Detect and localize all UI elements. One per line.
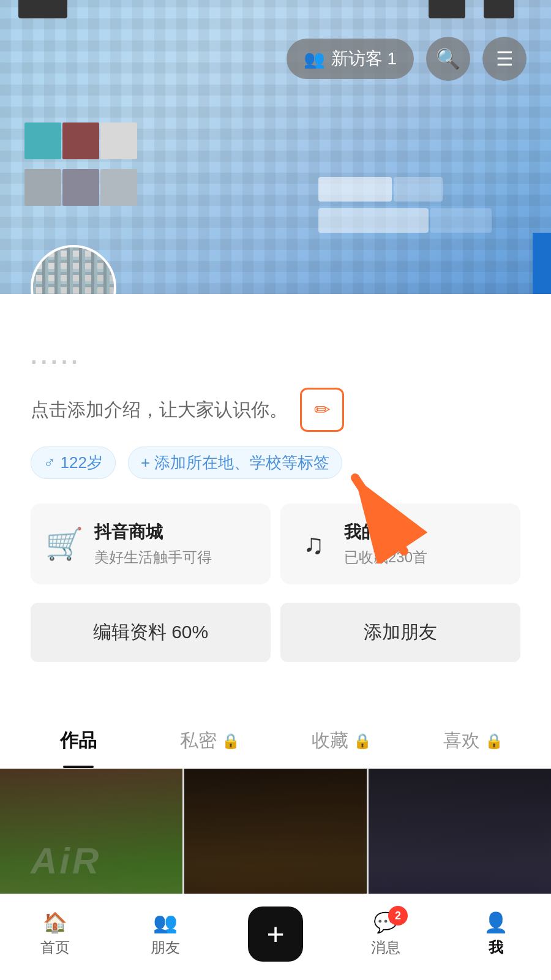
plus-button[interactable]: +	[248, 907, 303, 962]
gender-age-tag: ♂ 122岁	[31, 447, 116, 479]
tab-collect[interactable]: 收藏 🔒	[276, 711, 407, 768]
edit-bio-button[interactable]: ✏	[300, 388, 344, 432]
messages-badge: 2	[388, 906, 408, 925]
nav-profile-label: 我	[489, 938, 503, 957]
search-button[interactable]: 🔍	[426, 37, 470, 81]
nav-profile[interactable]: 👤 我	[459, 911, 533, 957]
tab-works[interactable]: 作品	[12, 711, 144, 768]
music-card-text: 我的音乐 已收藏230首	[344, 521, 427, 567]
add-friend-label: 添加朋友	[364, 622, 437, 642]
menu-button[interactable]: ☰	[482, 37, 527, 81]
menu-icon: ☰	[496, 47, 514, 70]
edit-profile-label: 编辑资料 60%	[93, 622, 208, 642]
nav-messages[interactable]: 💬 2 消息	[349, 911, 422, 957]
bio-text: 点击添加介绍，让大家认识你。	[31, 398, 288, 423]
nav-plus[interactable]: +	[239, 907, 312, 962]
nav-messages-label: 消息	[371, 938, 400, 957]
shop-card-text: 抖音商城 美好生活触手可得	[94, 521, 212, 567]
like-lock-icon: 🔒	[485, 733, 503, 750]
age-text: 122岁	[61, 452, 103, 473]
gender-icon: ♂	[43, 453, 56, 472]
bio-row: 点击添加介绍，让大家认识你。 ✏	[31, 388, 520, 432]
nav-friends[interactable]: 👥 朋友	[129, 911, 202, 957]
banner-pixels-right	[318, 177, 502, 233]
tab-like-label: 喜欢	[443, 728, 480, 753]
private-lock-icon: 🔒	[222, 733, 240, 750]
avatar[interactable]	[31, 245, 116, 294]
censor-bar-1	[18, 0, 67, 18]
banner: 👥 新访客 1 🔍 ☰	[0, 0, 551, 294]
profile-section: ····· 点击添加介绍，让大家认识你。 ✏ ♂ 122岁 + 添加所在地、学校…	[0, 294, 551, 711]
censor-bar-3	[484, 0, 514, 18]
nav-friends-label: 朋友	[151, 938, 180, 957]
visitor-label: 新访客 1	[331, 47, 397, 70]
watermark: AiR	[31, 840, 101, 882]
add-tag-button[interactable]: + 添加所在地、学校等标签	[128, 447, 342, 479]
profile-icon: 👤	[484, 911, 508, 934]
collect-lock-icon: 🔒	[353, 733, 372, 750]
username-text: ·····	[31, 349, 81, 375]
add-tag-label: + 添加所在地、学校等标签	[141, 452, 329, 473]
shop-icon: 🛒	[45, 526, 82, 562]
nav-home[interactable]: 🏠 首页	[18, 911, 92, 957]
tags-row: ♂ 122岁 + 添加所在地、学校等标签	[31, 447, 520, 479]
messages-badge-container: 💬 2	[373, 911, 398, 934]
tabs-bar: 作品 私密 🔒 收藏 🔒 喜欢 🔒	[0, 711, 551, 769]
add-friend-button[interactable]: 添加朋友	[280, 603, 520, 662]
shop-card-title: 抖音商城	[94, 521, 212, 544]
music-card[interactable]: ♫ 我的音乐 已收藏230首	[280, 503, 520, 584]
censor-bar-2	[429, 0, 465, 18]
search-icon: 🔍	[436, 47, 460, 70]
tab-private[interactable]: 私密 🔒	[144, 711, 276, 768]
top-bar: 👥 新访客 1 🔍 ☰	[287, 37, 527, 81]
avatar-pixels	[33, 247, 114, 294]
bottom-nav: 🏠 首页 👥 朋友 + 💬 2 消息 👤 我	[0, 894, 551, 980]
music-icon: ♫	[295, 527, 332, 560]
tab-private-label: 私密	[180, 728, 217, 753]
edit-profile-button[interactable]: 编辑资料 60%	[31, 603, 271, 662]
tab-works-label: 作品	[60, 728, 97, 753]
quick-cards: 🛒 抖音商城 美好生活触手可得 ♫ 我的音乐 已收藏230首	[31, 503, 520, 584]
plus-icon: +	[266, 916, 284, 952]
home-icon: 🏠	[43, 911, 67, 934]
tab-like[interactable]: 喜欢 🔒	[407, 711, 539, 768]
shop-card-subtitle: 美好生活触手可得	[94, 548, 212, 567]
avatar-area	[31, 245, 116, 294]
tab-collect-label: 收藏	[312, 728, 348, 753]
friends-icon: 👥	[153, 911, 178, 934]
edit-icon: ✏	[314, 398, 331, 421]
action-buttons: 编辑资料 60% 添加朋友	[31, 603, 520, 662]
username-area: ·····	[31, 343, 520, 375]
nav-home-label: 首页	[40, 938, 70, 957]
music-card-title: 我的音乐	[344, 521, 427, 544]
blue-accent	[533, 233, 551, 294]
visitor-button[interactable]: 👥 新访客 1	[287, 39, 414, 79]
music-card-subtitle: 已收藏230首	[344, 548, 427, 567]
shop-card[interactable]: 🛒 抖音商城 美好生活触手可得	[31, 503, 271, 584]
banner-pixels-left	[24, 123, 159, 214]
visitor-icon: 👥	[304, 49, 325, 69]
